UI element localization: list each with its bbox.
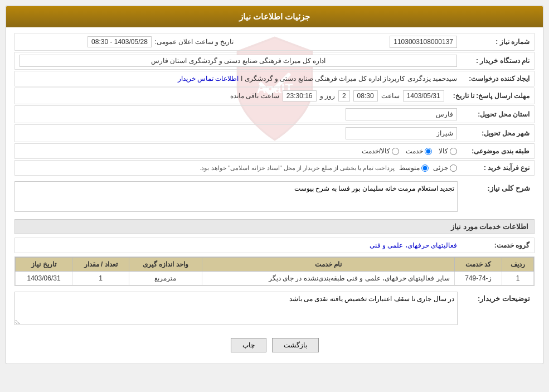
nave-description: پرداخت تمام یا بخشی از مبلغ خریدار از مح… (200, 164, 395, 172)
shomare-niaz-box: 1103003108000137 (390, 36, 457, 48)
radio-kala[interactable]: کالا (439, 147, 457, 155)
shahr-value-area: شیراز (15, 125, 461, 142)
sharh-kolli-label: شرح کلی نیاز: (462, 181, 535, 195)
shomare-niaz-label: شماره نیاز : (461, 36, 534, 48)
tabaqebandi-value-area: کالا خدمت کالا/خدمت (15, 145, 461, 157)
bazgasht-button[interactable]: بازگشت (272, 338, 319, 352)
ijad-konnande-value: سیدحمید یزدگردی کاربرداز اداره کل میراث … (241, 75, 457, 83)
baghi-mandeh-label: ساعت باقی مانده (230, 92, 279, 100)
toseeh-textarea[interactable] (14, 292, 458, 325)
chap-button[interactable]: چاپ (231, 338, 266, 352)
radio-jazzi-input[interactable] (450, 164, 457, 172)
radio-mottaset[interactable]: متوسط (399, 164, 429, 172)
services-table: ردیف کد خدمت نام خدمت واحد اندازه گیری ت… (14, 257, 535, 286)
radio-khadamat-label: خدمت (406, 147, 423, 155)
shomare-niaz-value: 1103003108000137 (239, 33, 462, 50)
toseeh-label: توضیحات خریدار: (462, 292, 535, 305)
ostan-value-area: فارس (15, 106, 461, 123)
col-nam: نام خدمت (202, 258, 454, 272)
col-radif: ردیف (502, 258, 534, 272)
nam-dastgah-value: اداره کل میراث فرهنگی صنایع دستی و گردشگ… (15, 52, 461, 69)
nam-dastgah-label: نام دستگاه خریدار : (461, 55, 534, 67)
nam-dastgah-box: اداره کل میراث فرهنگی صنایع دستی و گردشگ… (20, 55, 457, 67)
nave-farayand-label: نوع فرآیند خرید : (461, 162, 534, 174)
rooz-label: روز و (320, 92, 335, 100)
ijad-konnande-area: سیدحمید یزدگردی کاربرداز اداره کل میراث … (15, 72, 461, 85)
table-row: 1ز-74-749سایر فعالیتهای حرفهای، علمی و ف… (16, 272, 534, 285)
tarikh-box: 1403/05/31 (403, 90, 444, 101)
mohlat-label: مهلت ارسال پاسخ: تا تاریخ: (449, 90, 534, 102)
radio-mottaset-label: متوسط (399, 164, 420, 172)
radio-jazzi-label: جزئی (433, 164, 448, 172)
shahr-value: شیراز (346, 127, 457, 139)
radio-kala-khadamat[interactable]: کالا/خدمت (362, 147, 399, 155)
saat-label: ساعت (381, 92, 400, 100)
rooz-box: 2 (338, 90, 350, 101)
tarikh-elaan-label: تاریخ و ساعت اعلان عمومی: (155, 38, 234, 46)
baghi-mandeh-box: 23:30:16 (283, 90, 317, 101)
radio-jazzi[interactable]: جزئی (433, 164, 457, 172)
col-vahed: واحد اندازه گیری (129, 258, 202, 272)
ettelaat-tamas-link[interactable]: اطلاعات تماس خریدار (178, 75, 239, 83)
ijad-konnande-label: ایجاد کننده درخواست: (461, 72, 534, 85)
radio-kala-khadamat-label: کالا/خدمت (362, 147, 390, 155)
col-tedad: تعداد / مقدار (72, 258, 129, 272)
saat-box: 08:30 (353, 90, 378, 101)
grouh-khadamat-label: گروه خدمت: (461, 239, 534, 251)
radio-kala-input[interactable] (450, 148, 457, 155)
grouh-khadamat-link[interactable]: فعالیتهای حرفهای، علمی و فنی (370, 241, 457, 249)
buttons-row: بازگشت چاپ (14, 332, 535, 358)
col-tarikh: تاریخ نیاز (16, 258, 72, 272)
ettelaat-khadamat-header: اطلاعات خدمات مورد نیاز (14, 219, 535, 234)
tarikh-elaan-area: تاریخ و ساعت اعلان عمومی: 1403/05/28 - 0… (15, 34, 239, 50)
radio-khadamat[interactable]: خدمت (406, 147, 432, 155)
page-title: جزئیات اطلاعات نیاز (6, 6, 543, 27)
ostan-label: استان محل تحویل: (461, 108, 534, 120)
tabaqebandi-label: طبقه بندی موضوعی: (461, 145, 534, 157)
mohlat-value-area: 1403/05/31 ساعت 08:30 2 روز و 23:30:16 س… (15, 88, 449, 104)
sharh-kolli-textarea[interactable] (14, 181, 458, 212)
radio-mottaset-input[interactable] (421, 164, 429, 172)
shahr-label: شهر محل تحویل: (461, 127, 534, 139)
radio-kala-khadamat-input[interactable] (392, 148, 399, 155)
ostan-value: فارس (346, 108, 457, 120)
nave-farayand-area: جزئی متوسط پرداخت تمام یا بخشی از مبلغ خ… (15, 162, 461, 174)
col-kod: کد خدمت (454, 258, 502, 272)
tarikh-elaan-value: 1403/05/28 - 08:30 (88, 36, 152, 47)
radio-kala-label: کالا (439, 147, 448, 155)
grouh-khadamat-value: فعالیتهای حرفهای، علمی و فنی (15, 239, 461, 251)
radio-khadamat-input[interactable] (425, 148, 432, 155)
